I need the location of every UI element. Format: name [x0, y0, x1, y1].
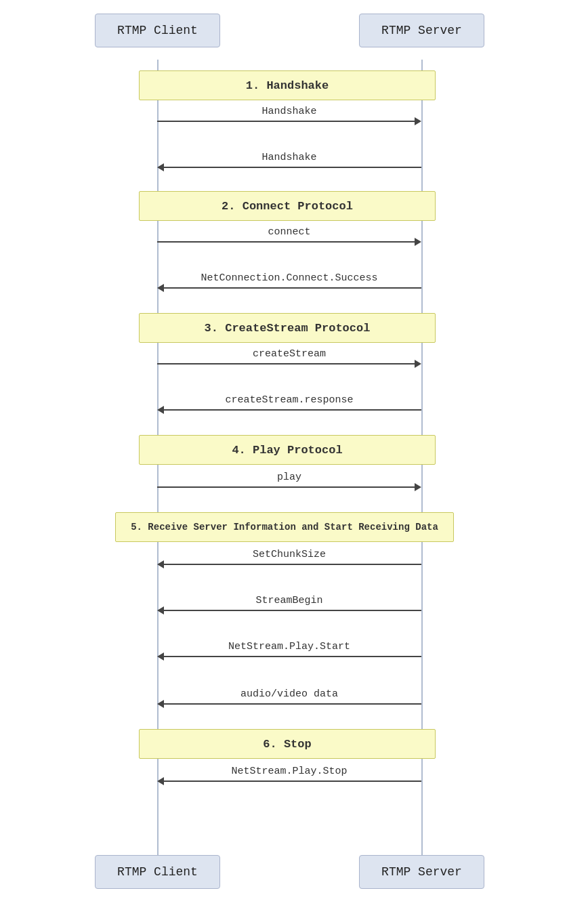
- diagram-container: RTMP Client RTMP Server 1. Handshake Han…: [0, 0, 588, 916]
- phase-createstream: 3. CreateStream Protocol: [139, 313, 436, 343]
- server-top: RTMP Server: [359, 14, 484, 47]
- phase-stop: 6. Stop: [139, 729, 436, 759]
- phase-play: 4. Play Protocol: [139, 435, 436, 465]
- server-bottom: RTMP Server: [359, 855, 484, 889]
- phase-connect: 2. Connect Protocol: [139, 191, 436, 221]
- phase-receive: 5. Receive Server Information and Start …: [115, 512, 454, 542]
- client-top: RTMP Client: [95, 14, 220, 47]
- phase-handshake: 1. Handshake: [139, 70, 436, 100]
- client-bottom: RTMP Client: [95, 855, 220, 889]
